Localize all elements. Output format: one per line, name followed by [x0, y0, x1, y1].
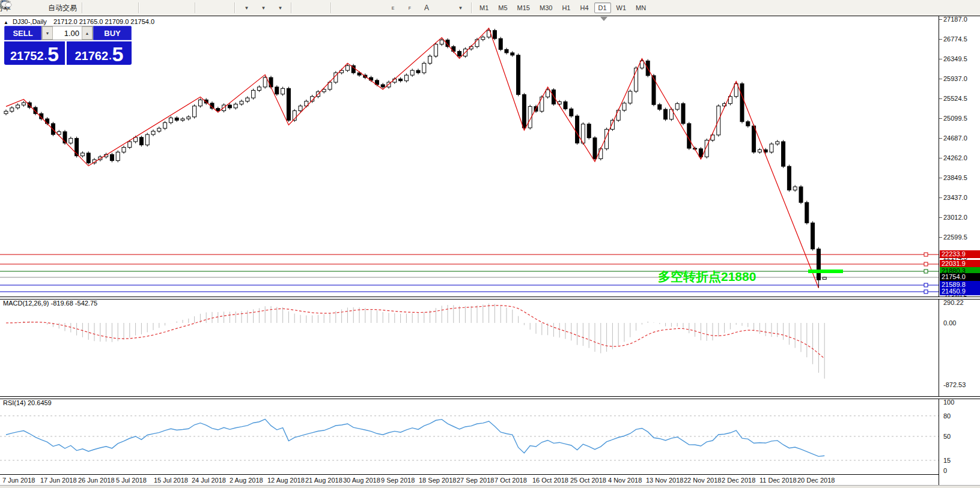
candle-body	[69, 138, 73, 143]
level-line-handle[interactable]	[924, 262, 928, 266]
candle-body	[46, 119, 49, 124]
price-tick-label: 23012.0	[943, 214, 967, 221]
candle-body	[404, 75, 408, 80]
timeframe-button-m5[interactable]: M5	[494, 2, 511, 13]
search-icon[interactable]	[943, 1, 960, 15]
fibonacci-tool-icon[interactable]: F	[401, 1, 418, 15]
candle-body	[799, 187, 803, 202]
candle-body	[410, 70, 414, 75]
toolbar-separator	[330, 2, 332, 13]
sell-price-display[interactable]: 21752.5	[4, 41, 65, 65]
buy-button[interactable]: BUY	[93, 26, 132, 40]
sell-button[interactable]: SELL	[4, 26, 41, 40]
profiles-clock-icon[interactable]: ▼	[255, 1, 272, 15]
tile-windows-icon[interactable]	[175, 1, 192, 15]
zoom-in-icon[interactable]	[142, 1, 159, 15]
timeframe-button-d1[interactable]: D1	[594, 2, 611, 13]
macd-chart-svg[interactable]	[0, 298, 939, 396]
timeframe-button-m30[interactable]: M30	[535, 2, 556, 13]
date-tick-label: 17 Jun 2018	[40, 477, 77, 484]
candle-body	[564, 101, 567, 109]
price-tick-label: 25099.5	[943, 115, 967, 122]
price-tick-mark	[939, 197, 942, 198]
candle-body	[287, 88, 290, 120]
pivot-annotation-text[interactable]: 多空转折点21880	[658, 268, 756, 285]
pane-separator[interactable]	[0, 297, 980, 300]
candle-body	[204, 100, 208, 103]
candle-body	[181, 119, 184, 120]
bar-chart-icon[interactable]	[85, 1, 102, 15]
volume-increase-button[interactable]: ▲	[82, 26, 93, 40]
text-label-tool-icon[interactable]: T	[435, 1, 452, 15]
chevron-down-icon: ▼	[458, 5, 463, 11]
date-tick-label: 24 Jul 2018	[192, 477, 226, 484]
price-axis[interactable]: 27187.026774.526349.525937.025524.525099…	[939, 16, 980, 488]
price-tick-mark	[939, 59, 942, 59]
candle-body	[281, 88, 285, 94]
chevron-down-icon: ▼	[245, 5, 249, 11]
candle-body	[481, 37, 485, 40]
candle-body	[793, 187, 797, 190]
candle-body	[805, 202, 809, 223]
date-tick-label: 13 Nov 2018	[646, 477, 683, 484]
buy-price-display[interactable]: 21762.5	[67, 41, 132, 65]
timeframe-button-m15[interactable]: M15	[513, 2, 534, 13]
order-coins-icon[interactable]	[13, 1, 30, 15]
rsi-chart-svg[interactable]	[0, 398, 939, 474]
volume-input[interactable]: 1.00	[53, 26, 82, 40]
level-line-handle[interactable]	[924, 283, 928, 287]
pivot-green-segment[interactable]	[808, 270, 843, 273]
indicators-icon[interactable]: ▼	[272, 1, 288, 15]
candle-body	[10, 108, 14, 112]
timeframe-button-h1[interactable]: H1	[558, 2, 574, 13]
level-line-handle[interactable]	[924, 290, 928, 294]
timeframe-button-mn[interactable]: MN	[632, 2, 650, 13]
rsi-axis-label: 80	[943, 412, 951, 420]
macd-pane[interactable]	[0, 298, 939, 396]
vertical-line-tool-icon[interactable]	[334, 1, 351, 15]
auto-scroll-icon[interactable]	[198, 1, 215, 15]
autotrade-button[interactable]	[30, 1, 47, 15]
level-line-handle[interactable]	[924, 270, 928, 273]
toolbar-separator	[82, 2, 83, 13]
window-bottom-strip	[0, 485, 980, 488]
candle-body	[399, 79, 403, 80]
timeframe-button-h4[interactable]: H4	[576, 2, 592, 13]
chart-plot-area[interactable]	[0, 16, 939, 488]
volume-decrease-button[interactable]: ▼	[42, 26, 53, 40]
date-tick-label: 2 Aug 2018	[230, 477, 263, 484]
level-line-handle[interactable]	[924, 253, 928, 256]
date-tick-label: 30 Aug 2018	[343, 477, 380, 484]
line-chart-icon[interactable]	[119, 1, 136, 15]
zoom-out-icon[interactable]	[159, 1, 175, 15]
chart-shift-marker-icon[interactable]	[600, 17, 607, 21]
horizontal-line-tool-icon[interactable]	[351, 1, 368, 15]
date-tick-label: 5 Jul 2018	[116, 477, 147, 484]
trendline-tool-icon[interactable]	[368, 1, 385, 15]
date-tick-label: 11 Dec 2018	[759, 477, 797, 484]
candle-body	[110, 154, 114, 160]
timeframe-button-w1[interactable]: W1	[612, 2, 631, 13]
timeframe-button-m1[interactable]: M1	[475, 2, 493, 13]
chart-shift-icon[interactable]	[215, 1, 232, 15]
zigzag-line[interactable]	[6, 28, 818, 288]
chat-icon[interactable]	[960, 1, 976, 15]
candle-body	[570, 109, 573, 116]
crosshair-icon[interactable]	[311, 1, 328, 15]
equidistant-channel-icon[interactable]: E	[385, 1, 401, 15]
pane-separator[interactable]	[0, 396, 980, 399]
candlestick-chart-svg[interactable]	[0, 16, 939, 297]
toolbar-separator	[471, 2, 472, 13]
collapse-triangle-icon[interactable]: ▲	[4, 20, 8, 25]
candle-body	[652, 76, 656, 104]
candlestick-chart-icon[interactable]	[102, 1, 119, 15]
arrows-tool-icon[interactable]: ▼	[452, 1, 469, 15]
rsi-pane[interactable]	[0, 398, 939, 474]
price-tick-label: 26774.5	[943, 35, 967, 43]
cursor-icon[interactable]	[294, 1, 311, 15]
new-chart-icon[interactable]: ▼	[238, 1, 255, 15]
text-tool-icon[interactable]: A	[418, 1, 435, 15]
date-tick-label: 4 Nov 2018	[608, 477, 642, 484]
candle-body	[817, 249, 820, 280]
price-pane[interactable]	[0, 16, 939, 297]
